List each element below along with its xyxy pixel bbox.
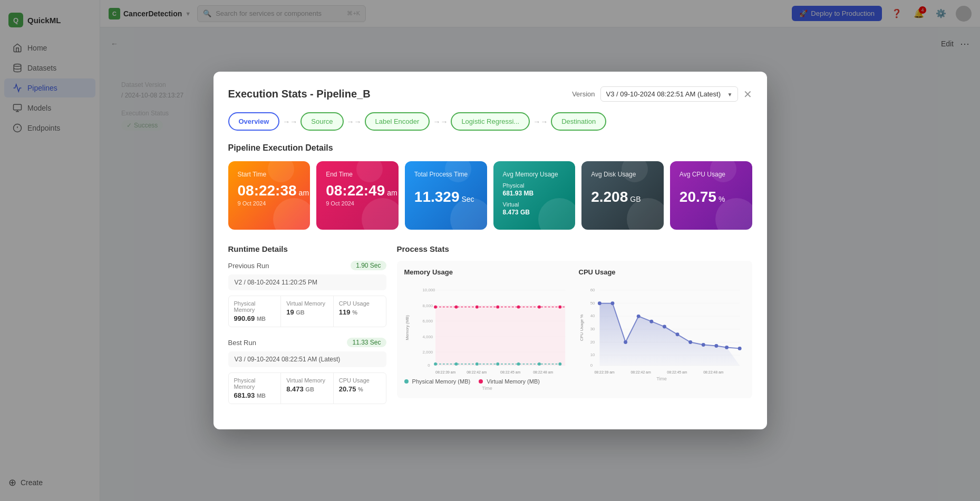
process-stats-title: Process Stats	[397, 244, 752, 253]
svg-point-26	[537, 306, 540, 309]
process-stats-content: Memory Usage Memory (MB) 10,000 8,000 6,…	[397, 261, 752, 398]
disk-usage-value: 2.208	[591, 189, 628, 205]
svg-text:30: 30	[590, 327, 595, 331]
process-time-card: Total Process Time 11.329 Sec	[405, 161, 487, 230]
previous-run-version: V2 / 08-10-2024 11:20:25 PM	[228, 274, 386, 290]
tab-label-encoder[interactable]: Label Encoder	[365, 112, 430, 131]
physical-legend-dot	[404, 379, 409, 384]
svg-text:0: 0	[590, 363, 593, 368]
cpu-chart-svg: CPU Usage % 60 50 40 30 20 10 0	[579, 280, 745, 375]
svg-point-56	[610, 301, 614, 305]
previous-run-metrics: Physical Memory 990.69 MB Virtual Memory…	[228, 296, 386, 327]
tab-source[interactable]: Source	[300, 112, 343, 131]
prev-physical-value: 990.69 MB	[234, 315, 276, 322]
svg-text:4,000: 4,000	[422, 335, 433, 339]
svg-point-34	[558, 362, 561, 366]
svg-text:20: 20	[590, 340, 595, 345]
stats-grid: Start Time 08:22:38 am 9 Oct 2024 End Ti…	[228, 161, 752, 230]
svg-point-60	[662, 325, 666, 329]
end-time-date: 9 Oct 2024	[326, 200, 389, 207]
svg-text:50: 50	[590, 301, 595, 306]
memory-physical-value: 681.93 MB	[503, 190, 566, 197]
tab-logistic-regression[interactable]: Logistic Regressi...	[451, 112, 530, 131]
tab-overview[interactable]: Overview	[228, 112, 280, 131]
pipeline-execution-title: Pipeline Execution Details	[228, 143, 752, 153]
svg-text:10: 10	[590, 352, 595, 357]
best-physical-memory: Physical Memory 681.93 MB	[229, 373, 282, 404]
svg-point-63	[701, 343, 705, 347]
svg-point-23	[475, 306, 478, 309]
svg-text:08:22:48 am: 08:22:48 am	[703, 370, 723, 374]
svg-text:CPU Usage %: CPU Usage %	[579, 315, 584, 341]
best-physical-value: 681.93 MB	[234, 391, 276, 399]
prev-physical-memory: Physical Memory 990.69 MB	[229, 296, 282, 327]
modal-title: Execution Stats - Pipeline_B	[228, 88, 371, 100]
memory-chart-block: Memory Usage Memory (MB) 10,000 8,000 6,…	[404, 268, 570, 391]
best-run-label: Best Run	[228, 339, 256, 347]
tab-destination[interactable]: Destination	[551, 112, 606, 131]
arrow-1: →→	[283, 117, 297, 126]
arrow-2: →→	[347, 117, 362, 126]
svg-marker-54	[599, 303, 740, 366]
prev-cpu-label: CPU Usage	[339, 300, 381, 307]
best-run-version: V3 / 09-10-2024 08:22:51 AM (Latest)	[228, 351, 386, 367]
physical-legend-item: Physical Memory (MB)	[404, 378, 471, 385]
process-time-value: 11.329	[414, 189, 460, 205]
memory-physical-label: Physical	[503, 182, 566, 189]
svg-text:08:22:45 am: 08:22:45 am	[667, 370, 687, 374]
svg-point-28	[434, 362, 437, 366]
cpu-time-label: Time	[579, 376, 745, 381]
modal-header: Execution Stats - Pipeline_B Version V3 …	[228, 86, 752, 102]
modal-version-section: Version V3 / 09-10-2024 08:22:51 AM (Lat…	[572, 86, 752, 102]
end-time-value-row: 08:22:49 am	[326, 182, 389, 199]
memory-usage-label: Avg Memory Usage	[503, 171, 566, 178]
runtime-panel: Runtime Details Previous Run 1.90 Sec V2…	[228, 244, 386, 415]
svg-point-27	[558, 306, 561, 309]
prev-virtual-memory: Virtual Memory 19 GB	[281, 296, 334, 327]
memory-physical-row: Physical 681.93 MB	[503, 182, 566, 197]
best-physical-label: Physical Memory	[234, 377, 276, 390]
prev-cpu-usage: CPU Usage 119 %	[334, 296, 386, 327]
previous-run-label: Previous Run	[228, 262, 269, 270]
memory-chart-legend: Physical Memory (MB) Virtual Memory (MB)	[404, 378, 570, 385]
best-run-badge: 11.33 Sec	[347, 338, 386, 347]
best-virtual-value: 8.473 GB	[286, 385, 328, 393]
virtual-legend-dot	[479, 379, 483, 384]
svg-point-58	[636, 315, 640, 318]
version-select[interactable]: V3 / 09-10-2024 08:22:51 AM (Latest) V2 …	[600, 86, 738, 102]
svg-point-21	[434, 306, 437, 309]
version-select-wrapper: V3 / 09-10-2024 08:22:51 AM (Latest) V2 …	[600, 86, 738, 102]
cpu-chart-title: CPU Usage	[579, 268, 745, 276]
end-time-unit: am	[387, 189, 397, 197]
arrow-3: →→	[433, 117, 448, 126]
memory-usage-card: Avg Memory Usage Physical 681.93 MB Virt…	[493, 161, 576, 230]
memory-chart-title: Memory Usage	[404, 268, 570, 276]
svg-text:2,000: 2,000	[422, 350, 433, 355]
cpu-usage-value: 20.75	[680, 189, 716, 205]
physical-legend-label: Physical Memory (MB)	[412, 378, 471, 385]
svg-point-64	[714, 344, 718, 348]
best-run-metrics: Physical Memory 681.93 MB Virtual Memory…	[228, 372, 386, 404]
disk-usage-card: Avg Disk Usage 2.208 GB	[581, 161, 664, 230]
svg-text:40: 40	[590, 313, 595, 318]
svg-text:08:22:42 am: 08:22:42 am	[630, 370, 651, 374]
best-cpu-label: CPU Usage	[339, 377, 381, 384]
start-time-card: Start Time 08:22:38 am 9 Oct 2024	[228, 161, 311, 230]
end-time-card: End Time 08:22:49 am 9 Oct 2024	[316, 161, 399, 230]
end-time-label: End Time	[326, 171, 389, 178]
process-stats-panel: Process Stats Memory Usage Memory (MB)	[397, 244, 752, 415]
previous-run-badge: 1.90 Sec	[351, 261, 386, 270]
start-time-value-row: 08:22:38 am	[238, 182, 301, 199]
prev-physical-label: Physical Memory	[234, 300, 276, 313]
svg-point-57	[624, 340, 627, 344]
svg-rect-20	[435, 306, 565, 366]
start-time-label: Start Time	[238, 171, 301, 178]
svg-point-61	[675, 332, 679, 336]
cpu-usage-card: Avg CPU Usage 20.75 %	[670, 161, 752, 230]
modal-close-button[interactable]: ✕	[743, 89, 752, 100]
svg-text:8,000: 8,000	[422, 303, 433, 308]
svg-point-30	[475, 362, 478, 366]
modal-overlay[interactable]: Execution Stats - Pipeline_B Version V3 …	[0, 0, 980, 501]
svg-point-25	[517, 306, 520, 309]
prev-virtual-value: 19 GB	[286, 308, 328, 316]
